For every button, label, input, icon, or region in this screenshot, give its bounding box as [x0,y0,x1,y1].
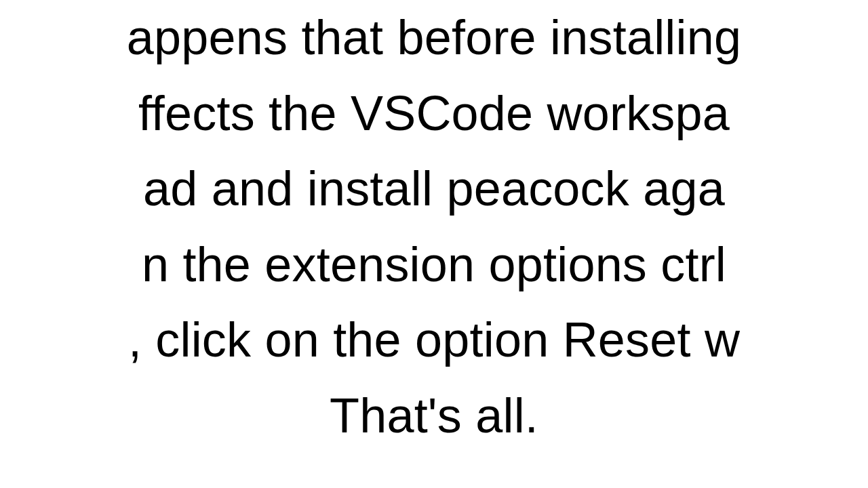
text-line-6: That's all. [330,378,538,454]
text-line-3: ad and install peacock aga [143,151,725,227]
text-line-2: ffects the VSCode workspa [138,76,730,152]
text-line-4: n the extension options ctrl [142,227,726,303]
text-block: appens that before installing ffects the… [0,0,868,488]
text-line-5: , click on the option Reset w [128,302,740,378]
text-line-1: appens that before installing [127,0,741,76]
